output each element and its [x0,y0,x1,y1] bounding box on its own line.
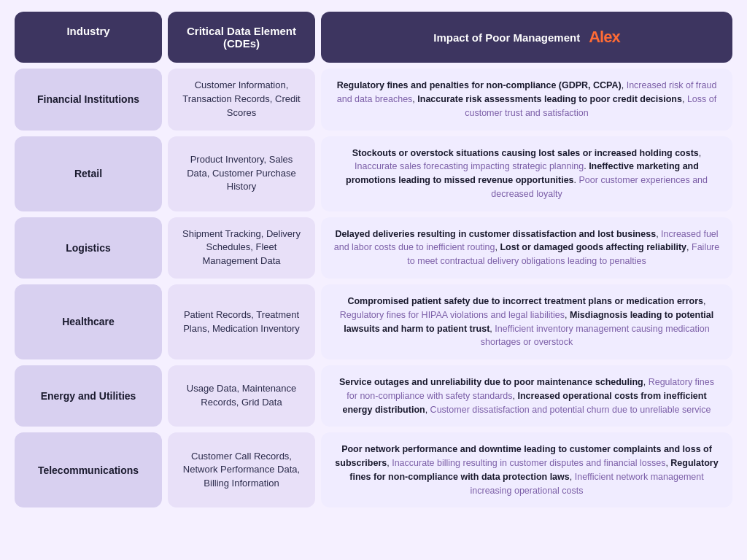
cde-cell: Shipment Tracking, Delivery Schedules, F… [168,217,315,279]
table-row: RetailProduct Inventory, Sales Data, Cus… [12,136,735,211]
impact-cell: Delayed deliveries resulting in customer… [321,217,732,279]
table-row: LogisticsShipment Tracking, Delivery Sch… [12,217,735,279]
impact-normal-segment: , [425,405,430,415]
impact-text: Stockouts or overstock situations causin… [333,147,721,201]
impact-bold-segment: Lost or damaged goods affecting reliabil… [500,242,686,252]
impact-normal-segment: , [699,148,701,158]
impact-cell: Regulatory fines and penalties for non-c… [321,69,732,131]
impact-link-segment: Inefficient inventory management causing… [481,324,710,348]
impact-text: Poor network performance and downtime le… [333,443,721,497]
impact-bold-segment: Stockouts or overstock situations causin… [352,148,699,158]
impact-normal-segment: , [570,472,575,482]
impact-text: Regulatory fines and penalties for non-c… [333,79,721,120]
cde-cell: Patient Records, Treatment Plans, Medica… [168,284,315,359]
impact-bold-segment: Delayed deliveries resulting in customer… [335,229,656,239]
industry-cell: Financial Institutions [15,69,162,131]
impact-normal-segment: , [643,377,649,387]
impact-bold-segment: Regulatory fines and penalties for non-c… [337,80,622,90]
alex-logo: Alex [589,28,619,47]
table-row: HealthcarePatient Records, Treatment Pla… [12,284,735,359]
impact-normal-segment: . [574,175,579,185]
impact-text: Delayed deliveries resulting in customer… [333,228,721,268]
impact-bold-segment: Compromised patient safety due to incorr… [347,296,703,306]
table-row: Financial InstitutionsCustomer Informati… [12,69,735,131]
table-header: Industry Critical Data Element (CDEs) Im… [12,12,735,63]
impact-normal-segment: , [703,296,705,306]
cde-header: Critical Data Element (CDEs) [168,12,315,63]
industry-header: Industry [15,12,162,63]
impact-link-segment: Customer dissatisfaction and potential c… [430,405,711,415]
impact-bold-segment: Inaccurate risk assessments leading to p… [417,94,682,104]
cde-cell: Customer Information, Transaction Record… [168,69,315,131]
table-row: TelecommunicationsCustomer Call Records,… [12,432,735,508]
impact-text: Service outages and unreliability due to… [333,376,721,416]
impact-cell: Compromised patient safety due to incorr… [321,284,732,359]
industry-cell: Healthcare [15,284,162,359]
impact-header: Impact of Poor Management Alex [321,12,732,63]
impact-cell: Stockouts or overstock situations causin… [321,136,732,211]
cde-cell: Customer Call Records, Network Performan… [168,432,315,508]
impact-normal-segment: , [622,80,627,90]
table-body: Financial InstitutionsCustomer Informati… [12,69,735,508]
industry-cell: Energy and Utilities [15,365,162,427]
impact-link-segment: Inaccurate sales forecasting impacting s… [355,161,584,171]
impact-normal-segment: , [565,310,570,320]
impact-cell: Service outages and unreliability due to… [321,365,732,427]
cde-cell: Product Inventory, Sales Data, Customer … [168,136,315,211]
impact-link-segment: Regulatory fines for HIPAA violations an… [340,310,565,320]
cde-cell: Usage Data, Maintenance Records, Grid Da… [168,365,315,427]
impact-normal-segment: , [513,391,518,401]
impact-normal-segment: , [682,94,687,104]
table-row: Energy and UtilitiesUsage Data, Maintena… [12,365,735,427]
industry-cell: Telecommunications [15,432,162,508]
industry-cell: Retail [15,136,162,211]
impact-link-segment: Inaccurate billing resulting in customer… [392,458,665,468]
impact-text: Compromised patient safety due to incorr… [333,295,721,349]
impact-bold-segment: Service outages and unreliability due to… [339,377,643,387]
impact-cell: Poor network performance and downtime le… [321,432,732,508]
impact-normal-segment: , [686,242,692,252]
industry-cell: Logistics [15,217,162,279]
main-table: Industry Critical Data Element (CDEs) Im… [12,12,735,508]
